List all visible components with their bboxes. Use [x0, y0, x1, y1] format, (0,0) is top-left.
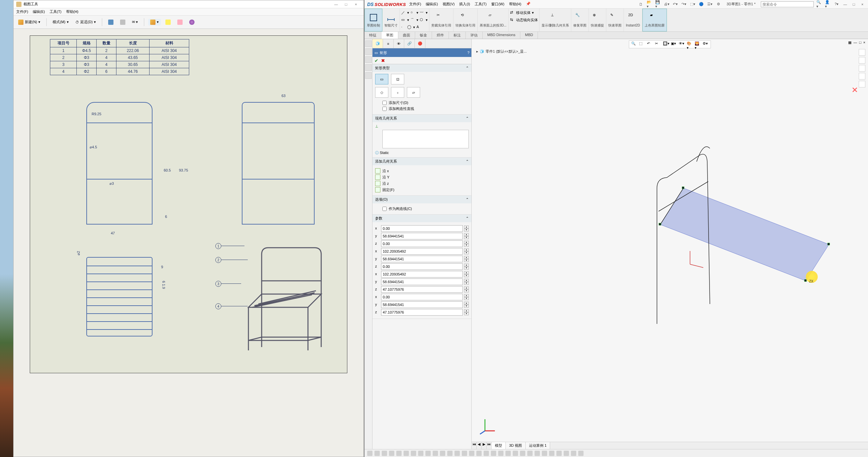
- btab-3dview[interactable]: 3D 视图: [506, 442, 526, 449]
- param-input-10[interactable]: [381, 302, 463, 308]
- circle-icon[interactable]: ○: [410, 10, 415, 15]
- sb-icon[interactable]: [455, 451, 460, 456]
- pm-sec-params[interactable]: 参数⌃: [372, 215, 471, 222]
- param-input-3[interactable]: [381, 248, 463, 255]
- sw-menu-insert[interactable]: 插入(I): [459, 2, 470, 7]
- menu-tools[interactable]: 工具(T): [50, 9, 62, 14]
- rel-along-y[interactable]: 沿 Y: [382, 175, 389, 180]
- select-icon[interactable]: ⬚▾: [690, 1, 696, 7]
- pm-ok-button[interactable]: ✔: [374, 58, 378, 63]
- eraser-button[interactable]: [175, 19, 185, 26]
- sb-icon[interactable]: [447, 451, 453, 456]
- maximize-button[interactable]: □: [341, 2, 351, 6]
- sw-menu-help[interactable]: 帮助(H): [509, 2, 521, 7]
- pm-tab-display[interactable]: 👁: [394, 39, 404, 48]
- param-input-7[interactable]: [381, 279, 463, 285]
- sb-icon[interactable]: [425, 451, 431, 456]
- sb-icon[interactable]: [571, 451, 576, 456]
- ribbon-quick-sketch[interactable]: ✎ 快速草图: [606, 9, 624, 31]
- sw-menu-file[interactable]: 文件(F): [409, 2, 421, 7]
- param-input-11[interactable]: [381, 309, 463, 316]
- tab-surface[interactable]: 曲面: [398, 32, 415, 39]
- spinner[interactable]: ▲▼: [464, 286, 469, 292]
- param-input-1[interactable]: [381, 233, 463, 239]
- ribbon-quick-snap[interactable]: ⊕ 快速捕捉: [589, 9, 606, 31]
- close-button[interactable]: ×: [859, 1, 865, 7]
- tab-sheetmetal[interactable]: 钣金: [415, 32, 432, 39]
- param-input-2[interactable]: [381, 240, 463, 247]
- spinner[interactable]: ▲▼: [464, 271, 469, 277]
- param-input-4[interactable]: [381, 256, 463, 262]
- sw-menu-pin[interactable]: 📌: [526, 2, 531, 7]
- sb-icon[interactable]: [513, 451, 518, 456]
- sw-menu-edit[interactable]: 编辑(E): [426, 2, 438, 7]
- existing-relations-list[interactable]: [382, 130, 469, 148]
- point-icon[interactable]: ·: [401, 25, 406, 29]
- options-icon[interactable]: ☰▾: [707, 1, 713, 7]
- pm-tab-link[interactable]: 🔗: [404, 39, 415, 48]
- bulb-button[interactable]: [187, 19, 196, 26]
- tab-mbd[interactable]: MBD: [520, 32, 538, 39]
- tab-annotate[interactable]: 标注: [449, 32, 466, 39]
- spinner[interactable]: ▲▼: [464, 233, 469, 239]
- line-icon[interactable]: ／: [401, 10, 406, 15]
- pm-tab-appearance[interactable]: 🔴: [415, 39, 425, 48]
- rect-icon[interactable]: ▭: [401, 18, 406, 22]
- sb-icon[interactable]: [440, 451, 445, 456]
- spinner[interactable]: ▲▼: [464, 241, 469, 247]
- param-input-6[interactable]: [381, 271, 463, 278]
- param-input-5[interactable]: [381, 263, 463, 270]
- view-triad-icon[interactable]: [478, 416, 498, 436]
- spinner[interactable]: ▲▼: [464, 256, 469, 262]
- sb-icon[interactable]: [418, 451, 424, 456]
- sw-menu-view[interactable]: 视图(V): [443, 2, 455, 7]
- sw-menu-window[interactable]: 窗口(W): [491, 2, 504, 7]
- sb-icon[interactable]: [498, 451, 503, 456]
- sb-icon[interactable]: [433, 451, 438, 456]
- undo-icon[interactable]: ↶▾: [673, 1, 678, 7]
- ribbon-relations[interactable]: ⊥ 显示/删除几何关系: [539, 9, 571, 31]
- btab-motion[interactable]: 运动算例 1: [526, 442, 550, 449]
- btab-model[interactable]: 模型: [492, 442, 506, 449]
- pm-sec-options[interactable]: 选项(O)⌃: [372, 196, 471, 203]
- spline-icon[interactable]: 〰: [420, 10, 425, 15]
- tab-evaluate[interactable]: 评估: [466, 32, 483, 39]
- polygon-icon[interactable]: ⬡: [420, 18, 425, 22]
- sb-icon[interactable]: [484, 451, 489, 456]
- spinner[interactable]: ▲▼: [464, 226, 469, 231]
- sb-icon[interactable]: [534, 451, 540, 456]
- delay-button[interactable]: ⏱ 延迟(D) ▾: [73, 19, 98, 25]
- minimize-button[interactable]: —: [331, 2, 341, 6]
- tree-btn-2[interactable]: [365, 48, 372, 55]
- rect-center-opt[interactable]: ⊡: [391, 74, 404, 84]
- open-icon[interactable]: 📂▾: [647, 1, 653, 7]
- tree-btn-5[interactable]: [365, 72, 372, 79]
- spinner[interactable]: ▲▼: [464, 309, 469, 315]
- pm-sec-existing[interactable]: 现有几何关系⌃: [372, 115, 471, 122]
- spinner[interactable]: ▲▼: [464, 279, 469, 285]
- spinner[interactable]: ▲▼: [464, 264, 469, 269]
- mirror-icon[interactable]: ⇄: [510, 10, 515, 15]
- help-related-icon[interactable]: ?▾: [834, 1, 840, 7]
- rect-parallelogram-opt[interactable]: ▱: [407, 87, 420, 98]
- highlight-button[interactable]: [163, 19, 173, 26]
- mail-button[interactable]: ✉ ▾: [130, 19, 140, 25]
- sb-icon[interactable]: [411, 451, 416, 456]
- spinner[interactable]: ▲▼: [464, 302, 469, 308]
- copy-button[interactable]: [118, 19, 127, 26]
- search-icon[interactable]: 🔍▾: [816, 1, 823, 7]
- add-dim-checkbox[interactable]: [382, 101, 387, 105]
- sb-icon[interactable]: [520, 451, 525, 456]
- ribbon-sketch[interactable]: 草图绘制: [365, 9, 382, 31]
- spinner[interactable]: ▲▼: [464, 294, 469, 300]
- tree-btn-1[interactable]: [365, 40, 372, 47]
- tab-mbd-dim[interactable]: MBD Dimensions: [483, 32, 520, 39]
- tree-btn-3[interactable]: [365, 56, 372, 63]
- as-constr-checkbox[interactable]: [382, 207, 387, 211]
- pm-tab-config[interactable]: ≡: [383, 39, 394, 48]
- search-input[interactable]: [761, 1, 814, 7]
- dyn-mirror-icon[interactable]: ⇆: [510, 18, 515, 22]
- sb-icon[interactable]: [578, 451, 584, 456]
- sb-icon[interactable]: [367, 451, 372, 456]
- left-titlebar[interactable]: 截图工具 — □ ×: [13, 0, 364, 8]
